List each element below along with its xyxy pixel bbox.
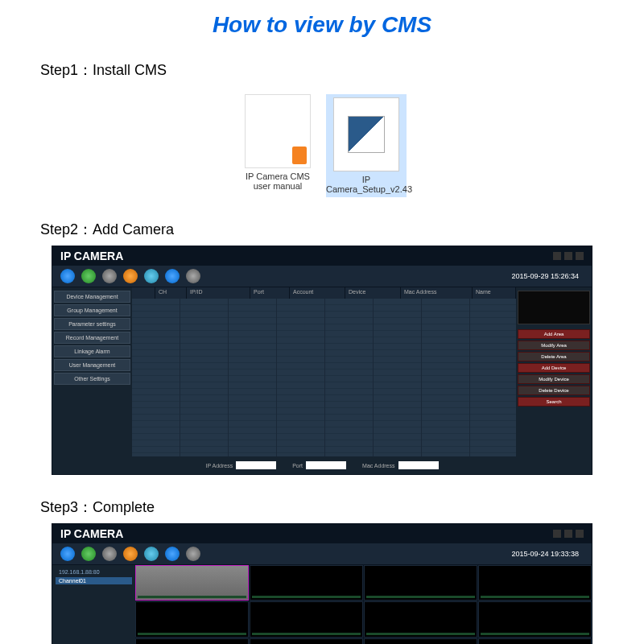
port-input[interactable] — [306, 461, 346, 469]
ip-label: IP Address — [205, 463, 233, 469]
add-area-button[interactable]: Add Area — [518, 329, 590, 339]
toolbar-home-icon[interactable] — [60, 547, 75, 561]
sidebar-item-param[interactable]: Parameter settings — [54, 318, 130, 330]
video-cell[interactable] — [364, 565, 477, 601]
live-titlebar: IP CAMERA — [52, 524, 592, 543]
video-cell[interactable] — [135, 638, 249, 645]
file-manual-label: IP Camera CMS user manual — [237, 171, 318, 191]
video-cell[interactable] — [478, 601, 592, 637]
file-manual[interactable]: IP Camera CMS user manual — [237, 94, 318, 197]
cms-app-title: IP CAMERA — [60, 250, 123, 262]
live-datetime: 2015-09-24 19:33:38 — [511, 550, 584, 558]
toolbar-icon[interactable] — [165, 269, 180, 283]
cms-datetime: 2015-09-29 15:26:34 — [511, 272, 584, 280]
toolbar-settings-icon[interactable] — [186, 269, 200, 283]
minimize-icon[interactable] — [553, 530, 561, 538]
cms-toolbar: 2015-09-29 15:26:34 — [52, 266, 592, 287]
toolbar-icon[interactable] — [81, 547, 96, 561]
installer-icon — [333, 97, 399, 171]
mac-label: Mac Address — [362, 463, 394, 469]
col-ch[interactable]: CH — [155, 287, 187, 299]
sidebar-item-alarm[interactable]: Linkage Alarm — [54, 345, 130, 357]
video-cell[interactable] — [250, 565, 363, 601]
video-cell-1[interactable] — [135, 565, 249, 601]
maximize-icon[interactable] — [564, 252, 572, 260]
document-icon — [245, 94, 311, 168]
toolbar-home-icon[interactable] — [60, 269, 75, 283]
toolbar-icon[interactable] — [144, 269, 159, 283]
table-body[interactable] — [132, 299, 516, 456]
tree-device[interactable]: 192.168.1.88:80 — [56, 568, 132, 576]
device-table: CH IP/ID Port Account Device Mac Address… — [132, 287, 516, 456]
modify-device-button[interactable]: Modify Device — [518, 374, 590, 384]
toolbar-settings-icon[interactable] — [186, 547, 200, 561]
toolbar-icon[interactable] — [144, 547, 159, 561]
cms-titlebar: IP CAMERA — [52, 246, 592, 266]
cms-sidebar: Device Management Group Management Param… — [52, 287, 132, 456]
video-cell[interactable] — [364, 601, 477, 637]
delete-area-button[interactable]: Delete Area — [518, 352, 590, 361]
device-preview — [518, 291, 590, 324]
step1-label: Step1：Install CMS — [0, 54, 644, 86]
toolbar-icon[interactable] — [102, 269, 117, 283]
video-cell[interactable] — [250, 601, 363, 637]
delete-device-button[interactable]: Delete Device — [518, 386, 590, 395]
video-cell[interactable] — [250, 638, 363, 645]
live-app-title: IP CAMERA — [60, 527, 123, 540]
col-port[interactable]: Port — [250, 287, 290, 299]
sidebar-item-user[interactable]: User Management — [54, 359, 130, 371]
close-icon[interactable] — [576, 530, 584, 538]
tree-channel[interactable]: Channel01 — [56, 577, 132, 584]
page-title: How to view by CMS — [0, 0, 644, 54]
video-cell[interactable] — [135, 601, 249, 637]
sidebar-item-device-mgmt[interactable]: Device Management — [54, 291, 130, 303]
toolbar-icon[interactable] — [123, 547, 138, 561]
cms-right-panel: Add Area Modify Area Delete Area Add Dev… — [516, 287, 592, 456]
video-grid — [135, 565, 592, 644]
cms-live-window: IP CAMERA 2015-09-24 19:33:38 192.168.1.… — [52, 523, 592, 644]
maximize-icon[interactable] — [564, 530, 572, 538]
cms-device-window: IP CAMERA 2015-09-29 15:26:34 Device Man… — [52, 246, 592, 475]
sidebar-item-group-mgmt[interactable]: Group Management — [54, 304, 130, 316]
toolbar-icon[interactable] — [81, 269, 96, 283]
cms-main: CH IP/ID Port Account Device Mac Address… — [132, 287, 516, 456]
col-account[interactable]: Account — [290, 287, 345, 299]
video-cell[interactable] — [478, 565, 592, 601]
sidebar-item-record[interactable]: Record Management — [54, 332, 130, 344]
search-button[interactable]: Search — [518, 397, 590, 407]
col-name[interactable]: Name — [473, 287, 516, 299]
video-cell[interactable] — [364, 638, 477, 645]
live-toolbar: 2015-09-24 19:33:38 — [52, 543, 592, 565]
modify-area-button[interactable]: Modify Area — [518, 341, 590, 350]
step2-label: Step2：Add Camera — [0, 213, 644, 246]
col-device[interactable]: Device — [345, 287, 401, 299]
close-icon[interactable] — [576, 252, 584, 260]
mac-input[interactable] — [398, 461, 439, 469]
toolbar-icon[interactable] — [123, 269, 138, 283]
cms-footer: IP Address Port Mac Address — [52, 456, 592, 474]
window-controls — [553, 530, 584, 538]
file-setup-label: IP Camera_Setup_v2.43 — [326, 175, 407, 194]
col-ip[interactable]: IP/ID — [187, 287, 250, 299]
ip-input[interactable] — [236, 461, 276, 469]
step1-files: IP Camera CMS user manual IP Camera_Setu… — [0, 86, 644, 213]
col-check[interactable] — [132, 287, 155, 299]
window-controls — [553, 252, 584, 260]
toolbar-icon[interactable] — [102, 547, 117, 561]
toolbar-icon[interactable] — [165, 547, 180, 561]
live-sidebar: 192.168.1.88:80 Channel01 PTZ — [52, 565, 135, 644]
col-mac[interactable]: Mac Address — [401, 287, 473, 299]
add-device-button[interactable]: Add Device — [518, 363, 590, 373]
table-header: CH IP/ID Port Account Device Mac Address… — [132, 287, 516, 299]
sidebar-item-other[interactable]: Other Settings — [54, 373, 130, 385]
port-label: Port — [292, 463, 303, 469]
minimize-icon[interactable] — [553, 252, 561, 260]
step3-label: Step3：Complete — [0, 491, 644, 523]
video-cell[interactable] — [478, 638, 592, 645]
file-setup[interactable]: IP Camera_Setup_v2.43 — [326, 94, 407, 197]
